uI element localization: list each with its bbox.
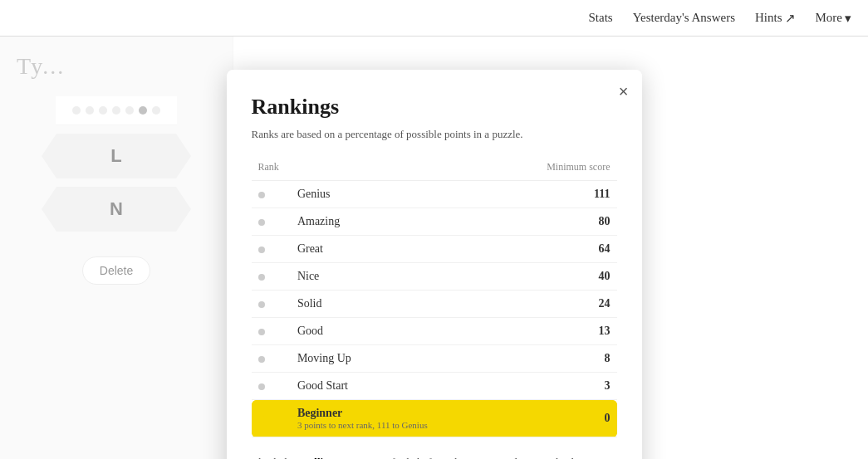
- hints-label: Hints: [755, 11, 782, 25]
- nav-stats[interactable]: Stats: [589, 11, 613, 25]
- rank-name-cell: Good Start: [291, 373, 503, 400]
- rank-score-cell: 40: [503, 263, 617, 291]
- more-chevron-icon: ▾: [845, 11, 851, 26]
- modal-subtitle: Ranks are based on a percentage of possi…: [252, 128, 617, 141]
- rank-score-cell: 3: [503, 373, 617, 400]
- ranking-row: Good Start3: [252, 373, 617, 400]
- rank-indicator-dot: [258, 192, 265, 198]
- rank-score-cell: 111: [503, 181, 617, 208]
- rank-dot-cell: [252, 345, 291, 373]
- rank-indicator-dot: [258, 301, 265, 308]
- rank-score-cell: 13: [503, 318, 617, 345]
- rank-dot-cell: [252, 373, 291, 400]
- rank-name: Solid: [297, 297, 322, 310]
- rank-name: Nice: [297, 270, 319, 282]
- rank-indicator-dot: [258, 274, 265, 281]
- nav-more[interactable]: More ▾: [816, 11, 852, 26]
- hints-arrow-icon: ↗: [785, 11, 796, 26]
- rank-name-cell: Solid: [291, 291, 503, 318]
- rank-indicator-dot: [258, 416, 265, 422]
- ranking-row: Solid24: [252, 291, 617, 318]
- col-score-header: Minimum score: [503, 158, 617, 181]
- rank-indicator-dot: [258, 356, 265, 363]
- more-label: More: [816, 11, 843, 25]
- rank-name: Beginner: [297, 407, 342, 419]
- rank-dot-cell: [252, 208, 291, 236]
- rank-name-cell: Nice: [291, 263, 503, 291]
- rank-dot-cell: [252, 318, 291, 345]
- modal-footer: Check the Spelling Bee Forum for help fr…: [252, 454, 617, 459]
- rank-indicator-dot: [258, 247, 265, 253]
- ranking-row: Nice40: [252, 263, 617, 291]
- rank-name-cell: Good: [291, 318, 503, 345]
- main-content: Ty... L N Delete × Rankings Ranks are ba…: [0, 37, 868, 459]
- rank-score-cell: 24: [503, 291, 617, 318]
- rank-score-cell: 64: [503, 236, 617, 263]
- rank-name-cell: Moving Up: [291, 345, 503, 373]
- col-rank-header: Rank: [252, 158, 503, 181]
- rank-name: Moving Up: [297, 352, 351, 364]
- rank-indicator-dot: [258, 383, 265, 390]
- nav-yesterdays-answers[interactable]: Yesterday's Answers: [633, 11, 735, 25]
- ranking-row: Beginner3 points to next rank, 111 to Ge…: [252, 400, 617, 437]
- nav-hints[interactable]: Hints ↗: [755, 11, 796, 26]
- rank-name: Good: [297, 325, 323, 337]
- ranking-row: Genius111: [252, 181, 617, 208]
- rank-name-cell: Great: [291, 236, 503, 263]
- top-navigation: Stats Yesterday's Answers Hints ↗ More ▾: [0, 0, 868, 37]
- rank-name-cell: Genius: [291, 181, 503, 208]
- rank-name: Amazing: [297, 215, 340, 227]
- rank-sub-text: 3 points to next rank, 111 to Genius: [297, 420, 497, 430]
- rank-name: Genius: [297, 188, 331, 200]
- rank-score-cell: 8: [503, 345, 617, 373]
- ranking-row: Great64: [252, 236, 617, 263]
- footer-text-before: Check the: [252, 456, 298, 459]
- ranking-row: Amazing80: [252, 208, 617, 236]
- modal-close-button[interactable]: ×: [619, 83, 629, 100]
- rank-dot-cell: [252, 236, 291, 263]
- rank-name-cell: Amazing: [291, 208, 503, 236]
- spelling-bee-forum-link[interactable]: Spelling Bee Forum: [297, 456, 389, 459]
- modal-backdrop: × Rankings Ranks are based on a percenta…: [0, 37, 868, 459]
- rank-dot-cell: [252, 400, 291, 437]
- rank-score-cell: 80: [503, 208, 617, 236]
- rank-dot-cell: [252, 181, 291, 208]
- rank-score-cell: 0: [503, 400, 617, 437]
- modal-title: Rankings: [252, 95, 617, 120]
- rankings-modal: × Rankings Ranks are based on a percenta…: [227, 70, 642, 459]
- ranking-row: Moving Up8: [252, 345, 617, 373]
- rank-indicator-dot: [258, 329, 265, 335]
- rank-dot-cell: [252, 263, 291, 291]
- rank-name: Great: [297, 242, 323, 255]
- rankings-table: Rank Minimum score Genius111Amazing80Gre…: [252, 158, 617, 437]
- rank-dot-cell: [252, 291, 291, 318]
- rank-name: Good Start: [297, 379, 348, 392]
- rank-name-cell: Beginner3 points to next rank, 111 to Ge…: [291, 400, 503, 437]
- ranking-row: Good13: [252, 318, 617, 345]
- rank-indicator-dot: [258, 219, 265, 226]
